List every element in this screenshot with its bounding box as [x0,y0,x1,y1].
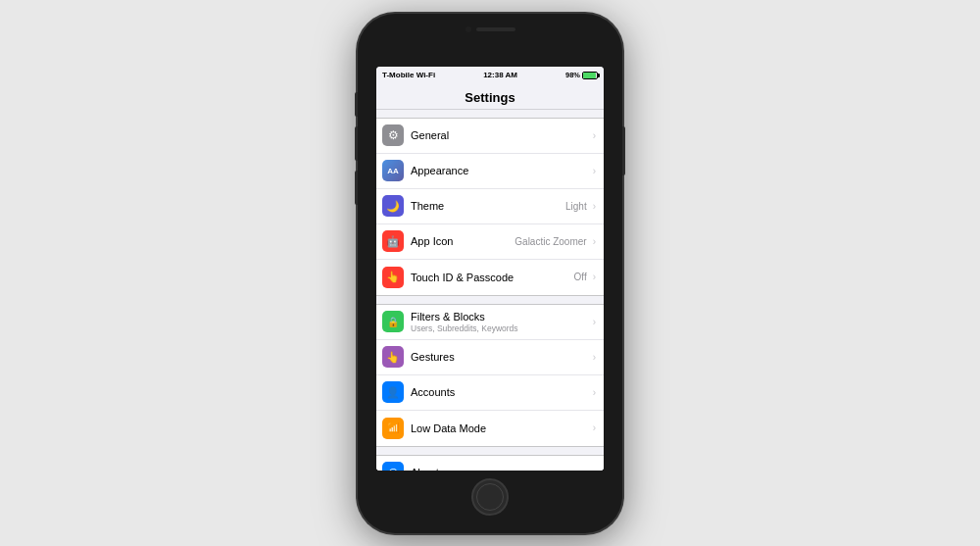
filters-label: Filters & Blocks [411,311,591,323]
filters-icon: 🔒 [382,311,404,332]
row-about[interactable]: @ About › [376,456,604,471]
nav-title: Settings [376,88,604,107]
appearance-icon: AA [382,160,404,181]
home-button[interactable] [471,478,509,516]
row-gestures[interactable]: 👆 Gestures › [376,340,604,375]
appearance-right: › [591,166,596,176]
gestures-icon: 👆 [382,346,404,368]
camera-dot [466,26,471,32]
touch-id-icon: 👆 [382,267,404,288]
general-right: › [591,130,596,141]
battery-icon [582,72,598,79]
row-appearance[interactable]: AA Appearance › [376,154,604,189]
home-button-ring [476,483,504,511]
general-icon: ⚙ [382,124,404,146]
filters-sublabel: Users, Subreddits, Keywords [411,323,591,333]
about-right: › [591,468,596,471]
accounts-chevron: › [593,387,596,398]
theme-icon: 🌙 [382,195,404,217]
about-label: About [411,467,591,471]
row-theme[interactable]: 🌙 Theme Light › [376,189,604,224]
low-data-chevron: › [593,422,596,433]
settings-list[interactable]: ⚙ General › AA Appearance › [376,110,604,471]
status-left: T-Mobile Wi-Fi [382,71,435,79]
app-icon-label: App Icon [411,235,514,247]
theme-content: Theme [411,200,565,212]
gestures-label: Gestures [411,351,591,363]
appearance-content: Appearance [411,165,591,176]
theme-value: Light [565,201,587,212]
carrier-text: T-Mobile Wi-Fi [382,71,435,79]
power-button[interactable] [622,126,625,175]
theme-label: Theme [411,200,565,212]
filters-chevron: › [593,317,596,327]
appearance-chevron: › [593,166,596,176]
nav-bar: Settings [376,84,604,110]
app-icon-right: Galactic Zoomer › [514,236,596,247]
row-touch-id[interactable]: 👆 Touch ID & Passcode Off › [376,260,604,295]
about-icon: @ [382,462,404,471]
filters-right: › [591,317,596,327]
phone-top-area [451,24,529,35]
theme-right: Light › [565,201,596,212]
theme-chevron: › [593,201,596,212]
touch-id-value: Off [574,272,587,282]
touch-id-label: Touch ID & Passcode [411,272,574,283]
general-content: General [411,129,591,141]
low-data-content: Low Data Mode [411,422,591,434]
general-chevron: › [593,130,596,141]
app-icon-chevron: › [593,236,596,247]
gestures-chevron: › [593,352,596,363]
filters-content: Filters & Blocks Users, Subreddits, Keyw… [411,311,591,333]
low-data-right: › [591,422,596,433]
battery-percent: 98% [565,71,580,79]
touch-id-chevron: › [593,272,596,282]
volume-down-button[interactable] [355,171,358,205]
volume-up-button[interactable] [355,126,358,161]
speaker [476,27,515,31]
app-icon-icon: 🤖 [382,230,404,252]
about-content: About [411,467,591,471]
low-data-icon: 📶 [382,418,404,439]
row-accounts[interactable]: 👤 Accounts › [376,375,604,411]
accounts-label: Accounts [411,386,591,398]
status-right: 98% [565,71,598,79]
section-3: @ About › 💚 Tip Jar › [376,455,604,471]
screen: T-Mobile Wi-Fi 12:38 AM 98% Settings ⚙ G… [376,67,604,471]
touch-id-content: Touch ID & Passcode [411,272,574,283]
app-icon-value: Galactic Zoomer [514,236,586,247]
accounts-right: › [591,387,596,398]
accounts-icon: 👤 [382,381,404,403]
row-filters[interactable]: 🔒 Filters & Blocks Users, Subreddits, Ke… [376,305,604,340]
general-label: General [411,129,591,141]
touch-id-right: Off › [574,272,597,282]
gestures-right: › [591,352,596,363]
phone-frame: T-Mobile Wi-Fi 12:38 AM 98% Settings ⚙ G… [358,14,622,533]
section-2: 🔒 Filters & Blocks Users, Subreddits, Ke… [376,304,604,447]
row-app-icon[interactable]: 🤖 App Icon Galactic Zoomer › [376,224,604,260]
gestures-content: Gestures [411,351,591,363]
row-low-data[interactable]: 📶 Low Data Mode › [376,411,604,446]
battery-fill [583,73,596,78]
about-chevron: › [593,468,596,471]
status-bar: T-Mobile Wi-Fi 12:38 AM 98% [376,67,604,84]
low-data-label: Low Data Mode [411,422,591,434]
status-time: 12:38 AM [483,71,517,79]
appearance-label: Appearance [411,165,591,176]
section-1: ⚙ General › AA Appearance › [376,118,604,296]
accounts-content: Accounts [411,386,591,398]
app-icon-content: App Icon [411,235,514,247]
row-general[interactable]: ⚙ General › [376,119,604,154]
